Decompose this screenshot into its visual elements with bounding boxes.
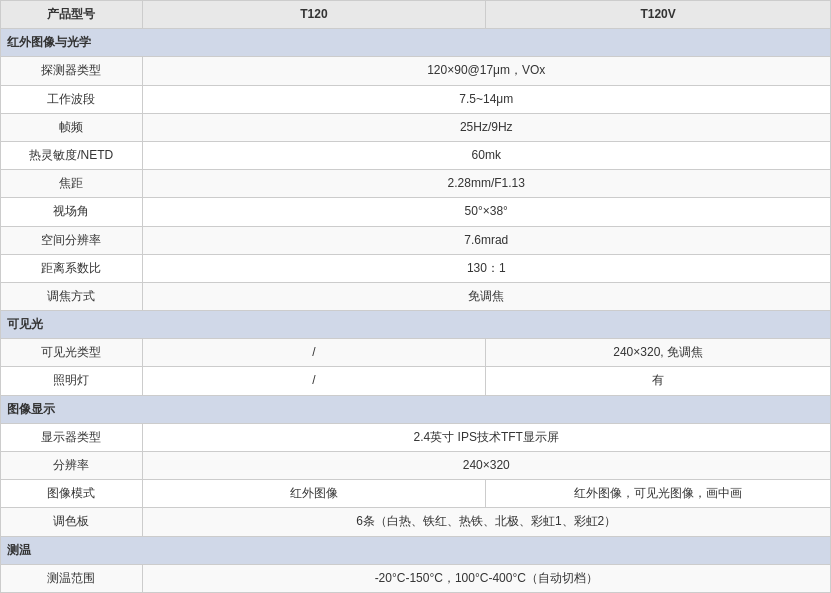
row-value-merged: 240×320 [142, 452, 830, 480]
row-label: 焦距 [1, 170, 143, 198]
row-value-merged: 2.28mm/F1.13 [142, 170, 830, 198]
spec-table-wrapper: 产品型号 T120 T120V 红外图像与光学探测器类型120×90@17μm，… [0, 0, 831, 593]
section-title-1: 可见光 [1, 311, 831, 339]
row-label: 工作波段 [1, 85, 143, 113]
col-t120v-header: T120V [486, 1, 831, 29]
table-row: 可见光类型/240×320, 免调焦 [1, 339, 831, 367]
row-label: 可见光类型 [1, 339, 143, 367]
section-row-2: 图像显示 [1, 395, 831, 423]
row-label: 分辨率 [1, 452, 143, 480]
col-label-header: 产品型号 [1, 1, 143, 29]
row-value-merged: 6条（白热、铁红、热铁、北极、彩虹1、彩虹2） [142, 508, 830, 536]
row-label: 探测器类型 [1, 57, 143, 85]
row-label: 照明灯 [1, 367, 143, 395]
row-value-merged: 7.5~14μm [142, 85, 830, 113]
table-row: 调色板6条（白热、铁红、热铁、北极、彩虹1、彩虹2） [1, 508, 831, 536]
table-row: 分辨率240×320 [1, 452, 831, 480]
row-label: 视场角 [1, 198, 143, 226]
row-value-merged: 免调焦 [142, 282, 830, 310]
table-row: 照明灯/有 [1, 367, 831, 395]
row-value-merged: 7.6mrad [142, 226, 830, 254]
table-row: 空间分辨率7.6mrad [1, 226, 831, 254]
row-label: 距离系数比 [1, 254, 143, 282]
row-value-merged: 2.4英寸 IPS技术TFT显示屏 [142, 423, 830, 451]
row-label: 显示器类型 [1, 423, 143, 451]
row-value-merged: 25Hz/9Hz [142, 113, 830, 141]
table-row: 显示器类型2.4英寸 IPS技术TFT显示屏 [1, 423, 831, 451]
row-label: 图像模式 [1, 480, 143, 508]
section-row-3: 测温 [1, 536, 831, 564]
row-label: 调焦方式 [1, 282, 143, 310]
section-title-2: 图像显示 [1, 395, 831, 423]
row-value-t120v: 240×320, 免调焦 [486, 339, 831, 367]
table-row: 帧频25Hz/9Hz [1, 113, 831, 141]
row-value-t120v: 红外图像，可见光图像，画中画 [486, 480, 831, 508]
spec-table: 产品型号 T120 T120V 红外图像与光学探测器类型120×90@17μm，… [0, 0, 831, 593]
col-t120-header: T120 [142, 1, 486, 29]
table-row: 焦距2.28mm/F1.13 [1, 170, 831, 198]
row-value-t120: / [142, 339, 486, 367]
row-label: 调色板 [1, 508, 143, 536]
row-value-merged: 60mk [142, 141, 830, 169]
row-label: 测温范围 [1, 564, 143, 592]
table-row: 视场角50°×38° [1, 198, 831, 226]
table-row: 探测器类型120×90@17μm，VOx [1, 57, 831, 85]
row-label: 帧频 [1, 113, 143, 141]
section-row-0: 红外图像与光学 [1, 29, 831, 57]
table-header: 产品型号 T120 T120V [1, 1, 831, 29]
table-row: 测温范围-20°C-150°C，100°C-400°C（自动切档） [1, 564, 831, 592]
row-value-merged: 50°×38° [142, 198, 830, 226]
row-value-t120: / [142, 367, 486, 395]
row-label: 空间分辨率 [1, 226, 143, 254]
section-title-0: 红外图像与光学 [1, 29, 831, 57]
table-row: 距离系数比130：1 [1, 254, 831, 282]
section-row-1: 可见光 [1, 311, 831, 339]
row-value-t120: 红外图像 [142, 480, 486, 508]
table-row: 工作波段7.5~14μm [1, 85, 831, 113]
row-label: 热灵敏度/NETD [1, 141, 143, 169]
row-value-merged: 120×90@17μm，VOx [142, 57, 830, 85]
row-value-merged: 130：1 [142, 254, 830, 282]
table-row: 图像模式红外图像红外图像，可见光图像，画中画 [1, 480, 831, 508]
table-row: 调焦方式免调焦 [1, 282, 831, 310]
row-value-t120v: 有 [486, 367, 831, 395]
row-value-merged: -20°C-150°C，100°C-400°C（自动切档） [142, 564, 830, 592]
section-title-3: 测温 [1, 536, 831, 564]
table-row: 热灵敏度/NETD60mk [1, 141, 831, 169]
